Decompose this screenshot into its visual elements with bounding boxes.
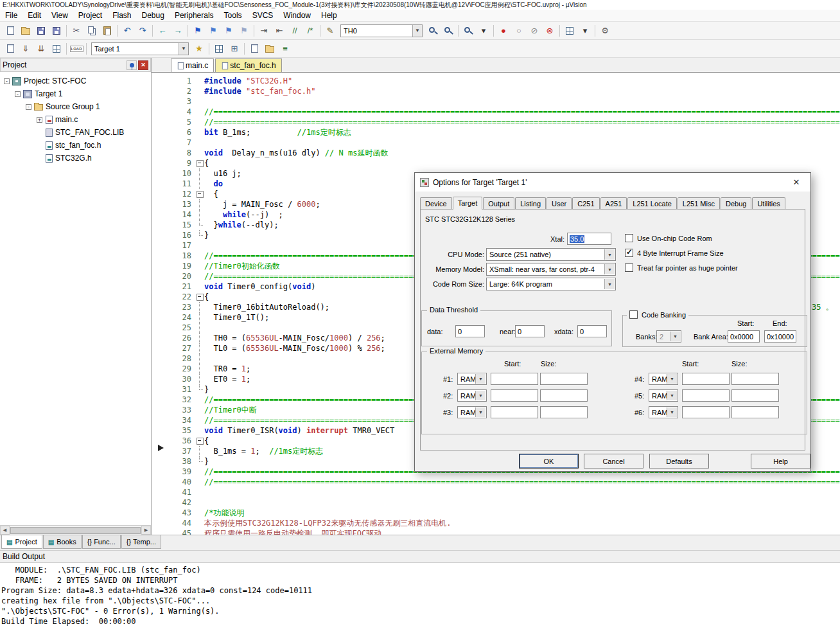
cancel-button[interactable]: Cancel (584, 454, 643, 468)
books-window-toggle-icon[interactable] (263, 42, 277, 56)
scroll-left-icon[interactable]: ◀ (0, 526, 10, 535)
paste-icon[interactable] (100, 24, 114, 38)
configure-icon[interactable]: ⚙ (598, 24, 612, 38)
tree-item-stc-fan-foc-h[interactable]: stc_fan_foc.h (0, 139, 151, 152)
search-scope-icon[interactable] (461, 24, 475, 38)
dialog-tab-listing[interactable]: Listing (515, 197, 546, 209)
pin-icon[interactable] (127, 60, 137, 70)
memory-start-input-3[interactable] (491, 406, 538, 418)
copy-icon[interactable] (85, 24, 99, 38)
memory-size-input-4[interactable] (731, 373, 779, 385)
debug-windows-icon[interactable] (563, 24, 577, 38)
outdent-icon[interactable]: ⇤ (272, 24, 286, 38)
banks-select[interactable]: 2 (656, 330, 681, 343)
dialog-tab-output[interactable]: Output (483, 197, 514, 209)
scrollbar-thumb[interactable] (10, 527, 141, 534)
memory-start-input-1[interactable] (491, 373, 538, 385)
memory-size-input-1[interactable] (540, 373, 588, 385)
insert-breakpoint-icon[interactable]: ● (496, 24, 511, 38)
memory-start-input-5[interactable] (682, 389, 730, 402)
scroll-right-icon[interactable]: ▶ (141, 526, 151, 535)
close-icon[interactable]: ✕ (138, 60, 148, 70)
xdata-input[interactable]: 0 (577, 325, 607, 337)
tree-expander[interactable]: - (15, 91, 21, 97)
project-horizontal-scrollbar[interactable]: ◀ ▶ (0, 525, 151, 535)
memory-type-select-5[interactable]: RAM (649, 389, 678, 402)
memory-type-select-2[interactable]: RAM (457, 389, 487, 402)
memory-size-input-2[interactable] (540, 389, 588, 402)
dialog-tab-debug[interactable]: Debug (721, 197, 751, 209)
dialog-tab-l251-misc[interactable]: L251 Misc (678, 197, 720, 209)
memory-type-select-1[interactable]: RAM (457, 373, 487, 385)
open-file-icon[interactable] (19, 24, 33, 38)
menu-help[interactable]: Help (316, 10, 342, 21)
dialog-tab-c251[interactable]: C251 (572, 197, 599, 209)
uncomment-selection-icon[interactable]: /* (303, 24, 317, 38)
checkbox-4-byte-interrupt-frame-size[interactable]: 4 Byte Interrupt Frame Size (625, 249, 724, 257)
panel-tab-func[interactable]: {} Func... (82, 535, 121, 549)
memory-start-input-2[interactable] (491, 389, 538, 402)
chevron-down-icon[interactable]: ▼ (179, 43, 188, 55)
build-output-header[interactable]: Build Output (0, 550, 840, 563)
find-in-files-icon[interactable] (426, 24, 440, 38)
help-button[interactable]: Help (751, 454, 810, 468)
build-output-panel[interactable]: MODULE: .\STC_FAN_FOC.LIB (stc_fan_foc) … (0, 563, 840, 633)
cpu-mode-select[interactable]: Source (251 native) (486, 248, 616, 261)
bookmark-clear-all-icon[interactable]: ⚑ (237, 24, 251, 38)
save-file-icon[interactable] (34, 24, 48, 38)
code-rom-size-select[interactable]: Large: 64K program (486, 278, 616, 290)
memory-size-input-6[interactable] (731, 406, 779, 418)
panel-tab-temp[interactable]: {} Temp... (121, 535, 161, 549)
functions-window-toggle-icon[interactable]: ≡ (278, 42, 292, 56)
window-titlebar[interactable]: E:\HKX\TWORK\TOOLADY\SynologyDrive\重要资料\… (0, 0, 840, 10)
tree-item-stc-fan-foc-lib[interactable]: STC_FAN_FOC.LIB (0, 126, 151, 139)
menu-project[interactable]: Project (73, 10, 107, 21)
dialog-tab-a251[interactable]: A251 (600, 197, 627, 209)
bookmark-prev-icon[interactable]: ⚑ (206, 24, 220, 38)
rebuild-all-icon[interactable]: ⇊ (34, 42, 48, 56)
new-file-icon[interactable] (3, 24, 17, 38)
save-all-icon[interactable] (49, 24, 64, 38)
enable-disable-breakpoint-icon[interactable]: ○ (512, 24, 526, 38)
menu-debug[interactable]: Debug (137, 10, 170, 21)
disable-all-breakpoints-icon[interactable]: ⊘ (527, 24, 541, 38)
doc-tab-main-c[interactable]: main.c (171, 58, 214, 72)
batch-build-icon[interactable] (49, 42, 64, 56)
tree-expander[interactable]: + (37, 117, 42, 123)
menu-flash[interactable]: Flash (107, 10, 136, 21)
indent-icon[interactable]: ⇥ (257, 24, 271, 38)
debug-windows-dropdown-icon[interactable]: ▾ (578, 24, 592, 38)
manage-project-items-icon[interactable] (212, 42, 226, 56)
tree-item-stc32g-h[interactable]: STC32G.h (0, 152, 151, 165)
nav-back-icon[interactable]: ← (155, 24, 170, 38)
panel-tab-project[interactable]: ▤Project (1, 535, 42, 549)
menu-file[interactable]: File (0, 10, 22, 21)
comment-selection-icon[interactable]: // (288, 24, 302, 38)
kill-all-breakpoints-icon[interactable]: ⊗ (543, 24, 557, 38)
checkbox-treat-far-pointer-as-huge-pointer[interactable]: Treat far pointer as huge pointer (625, 263, 738, 272)
xtal-input[interactable]: 35.0 (567, 233, 611, 245)
menu-svcs[interactable]: SVCS (247, 10, 279, 21)
memory-type-select-3[interactable]: RAM (457, 406, 487, 418)
edit-watch-icon[interactable]: ✎ (323, 24, 337, 38)
chevron-down-icon[interactable]: ▼ (412, 25, 422, 37)
search-dropdown-icon[interactable]: ▾ (477, 24, 491, 38)
memory-type-select-6[interactable]: RAM (649, 406, 678, 418)
tree-item-main-c[interactable]: +main.c (0, 113, 151, 126)
tree-item-project-stc-foc[interactable]: -Project: STC-FOC (0, 75, 151, 87)
bookmark-next-icon[interactable]: ⚑ (222, 24, 236, 38)
menu-peripherals[interactable]: Peripherals (170, 10, 219, 21)
project-window-toggle-icon[interactable] (247, 42, 261, 56)
dialog-tab-utilities[interactable]: Utilities (752, 197, 785, 209)
cut-icon[interactable]: ✂ (69, 24, 83, 38)
translate-file-icon[interactable] (3, 42, 17, 56)
defaults-button[interactable]: Defaults (649, 454, 709, 468)
dialog-close-icon[interactable]: ✕ (787, 177, 805, 187)
checkbox-use-on-chip-code-rom[interactable]: Use On-chip Code Rom (625, 234, 712, 242)
tree-expander[interactable]: - (26, 104, 31, 110)
tree-item-target-1[interactable]: -Target 1 (0, 87, 151, 100)
options-for-target-icon[interactable]: ★ (192, 42, 206, 56)
bookmark-toggle-icon[interactable]: ⚑ (191, 24, 205, 38)
dialog-tab-user[interactable]: User (547, 197, 572, 209)
data-input[interactable]: 0 (455, 325, 485, 337)
